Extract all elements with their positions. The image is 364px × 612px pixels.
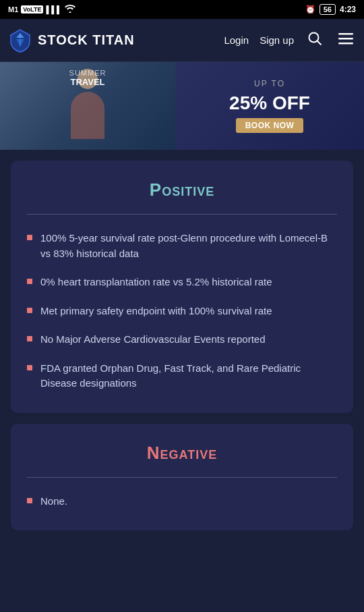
carrier-label: M1 — [8, 5, 18, 13]
login-link[interactable]: Login — [224, 34, 249, 46]
menu-icon[interactable] — [336, 28, 356, 52]
logo-icon — [8, 28, 32, 53]
app-header: STOCK TITAN Login Sign up — [0, 19, 364, 62]
svg-line-1 — [317, 41, 322, 45]
bullet-marker — [27, 279, 32, 284]
logo-text: STOCK TITAN — [38, 32, 135, 48]
positive-card: Positive 100% 5-year survival rate post-… — [11, 161, 353, 413]
banner-upto: UP TO — [254, 79, 285, 88]
main-nav: Login Sign up — [224, 28, 356, 52]
list-item: FDA granted Orphan Drug, Fast Track, and… — [27, 361, 337, 391]
bullet-marker — [27, 235, 32, 240]
bullet-marker — [27, 365, 32, 370]
list-item-text: Met primary safety endpoint with 100% su… — [40, 304, 272, 319]
negative-divider — [27, 477, 337, 478]
status-bar: M1 VoLTE ▌▌▌ ⏰ 56 4:23 — [0, 0, 364, 19]
negative-heading: Negative — [147, 443, 217, 463]
battery-level: 56 — [320, 4, 336, 15]
list-item-text: 100% 5-year survival rate post-Glenn pro… — [40, 231, 337, 261]
banner-image-right: UP TO 25% OFF BOOK NOW — [175, 62, 364, 150]
status-left: M1 VoLTE ▌▌▌ — [8, 5, 75, 14]
negative-list: None. — [27, 494, 337, 509]
status-right: ⏰ 56 4:23 — [305, 4, 356, 15]
book-now-button[interactable]: BOOK NOW — [236, 118, 304, 133]
negative-heading-container: Negative — [27, 443, 337, 464]
search-icon[interactable] — [305, 28, 325, 52]
banner-image-left: SUMMER TRAVEL — [0, 62, 175, 150]
volte-badge: VoLTE — [21, 5, 43, 13]
list-item: 0% heart transplantation rate vs 5.2% hi… — [27, 275, 337, 290]
list-item-text: None. — [40, 494, 67, 509]
list-item: 100% 5-year survival rate post-Glenn pro… — [27, 231, 337, 261]
positive-list: 100% 5-year survival rate post-Glenn pro… — [27, 231, 337, 391]
list-item: None. — [27, 494, 337, 509]
positive-heading-container: Positive — [27, 179, 337, 200]
signal-bars: ▌▌▌ — [46, 5, 61, 13]
main-content: Positive 100% 5-year survival rate post-… — [0, 150, 364, 552]
logo-container: STOCK TITAN — [8, 28, 224, 53]
banner-area: SUMMER TRAVEL UP TO 25% OFF BOOK NOW — [0, 62, 364, 150]
svg-rect-2 — [338, 33, 353, 35]
signup-link[interactable]: Sign up — [260, 34, 294, 46]
bullet-marker — [27, 336, 32, 341]
time-display: 4:23 — [340, 5, 356, 14]
bullet-marker — [27, 498, 32, 503]
wifi-icon — [65, 5, 75, 14]
list-item-text: 0% heart transplantation rate vs 5.2% hi… — [40, 275, 272, 290]
bullet-marker — [27, 308, 32, 313]
svg-rect-4 — [338, 43, 353, 45]
svg-rect-3 — [338, 38, 353, 40]
positive-divider — [27, 214, 337, 215]
banner-discount: 25% OFF — [229, 92, 310, 114]
list-item-text: No Major Adverse Cardiovascular Events r… — [40, 332, 266, 347]
list-item: No Major Adverse Cardiovascular Events r… — [27, 332, 337, 347]
alarm-icon: ⏰ — [305, 5, 315, 14]
positive-heading: Positive — [150, 179, 214, 200]
list-item: Met primary safety endpoint with 100% su… — [27, 304, 337, 319]
negative-card: Negative None. — [11, 424, 353, 531]
list-item-text: FDA granted Orphan Drug, Fast Track, and… — [40, 361, 337, 391]
